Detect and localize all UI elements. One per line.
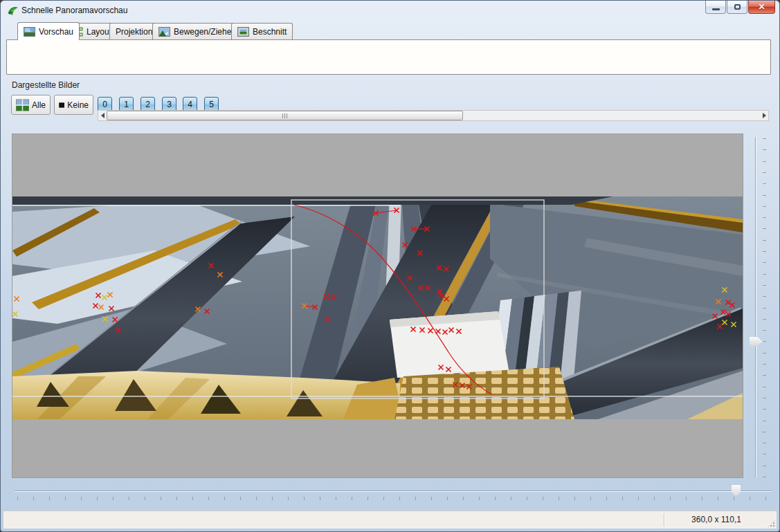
show-all-label: Alle — [32, 100, 46, 110]
move-drag-icon — [158, 27, 170, 37]
preview-toolbar — [6, 39, 771, 75]
image-toggle-label: 4 — [188, 100, 192, 109]
no-images-icon — [59, 99, 64, 111]
scrollbar-thumb[interactable] — [107, 111, 463, 120]
app-window: Schnelle Panoramavorschau ✕ GL Vorschau … — [0, 0, 780, 532]
tab-label: Layout — [87, 27, 111, 37]
scroll-left-arrow[interactable] — [98, 111, 106, 120]
tab-label: Projektion — [116, 27, 152, 37]
vertical-slider-track[interactable] — [755, 137, 756, 477]
close-button[interactable]: ✕ — [748, 1, 775, 14]
tab-label: Vorschau — [39, 27, 73, 37]
tab-label: Bewegen/Ziehen — [174, 27, 236, 37]
images-scrollbar[interactable] — [98, 110, 769, 121]
show-all-button[interactable]: Alle — [11, 95, 51, 115]
maximize-button[interactable] — [727, 1, 747, 14]
scroll-right-arrow[interactable] — [761, 111, 768, 120]
displayed-images-title: Dargestellte Bilder — [12, 80, 80, 90]
crop-icon — [237, 27, 249, 37]
panorama-size-status: 360,0 x 110,1 — [664, 515, 768, 524]
tab-vorschau[interactable]: GL Vorschau — [17, 22, 80, 40]
image-toggle-label: 2 — [145, 100, 150, 109]
minimize-icon — [712, 8, 720, 10]
show-none-label: Keine — [67, 100, 89, 110]
window-title: Schnelle Panoramavorschau — [21, 6, 127, 15]
horizontal-slider-ticks — [15, 497, 772, 501]
tab-beschnitt[interactable]: Beschnitt — [231, 23, 293, 39]
minimize-button[interactable] — [705, 1, 726, 14]
horizontal-slider-thumb[interactable] — [732, 485, 741, 497]
tab-bewegen-ziehen[interactable]: Bewegen/Ziehen — [152, 23, 242, 39]
image-toggle-label: 1 — [124, 100, 129, 109]
tab-label: Beschnitt — [253, 27, 287, 37]
panorama-preview-canvas[interactable] — [12, 134, 743, 477]
close-icon: ✕ — [758, 2, 765, 12]
all-images-icon — [16, 99, 29, 111]
horizontal-slider-track[interactable] — [15, 490, 772, 492]
image-toggle-label: 5 — [209, 100, 214, 109]
app-icon — [7, 5, 19, 17]
show-none-button[interactable]: Keine — [54, 95, 93, 115]
vertical-slider-ticks — [763, 138, 767, 477]
arrow-right-icon — [763, 113, 769, 118]
status-bar: 360,0 x 110,1 — [3, 511, 777, 529]
vertical-slider-thumb[interactable] — [750, 337, 763, 346]
maximize-icon — [734, 4, 741, 10]
tab-projektion[interactable]: Projektion — [109, 23, 158, 39]
gl-preview-icon: GL — [24, 27, 35, 37]
arrow-left-icon — [98, 113, 105, 118]
svg-text:GL: GL — [25, 28, 31, 33]
image-toggle-label: 3 — [167, 100, 172, 109]
image-toggle-label: 0 — [102, 100, 107, 109]
panorama-render — [12, 134, 743, 477]
title-bar[interactable]: Schnelle Panoramavorschau ✕ — [1, 1, 779, 20]
